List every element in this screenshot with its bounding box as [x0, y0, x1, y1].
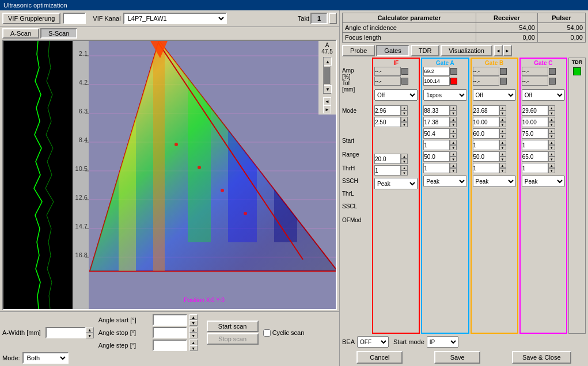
scroll-down-btn[interactable]: ▼ — [324, 85, 332, 93]
sscan-tab[interactable]: S-Scan — [40, 28, 77, 39]
gc-tof-input[interactable] — [522, 77, 548, 86]
ga-start-down[interactable]: ▼ — [450, 110, 457, 116]
ga-ofmod-dropdown[interactable]: PeakFWHM — [423, 176, 466, 187]
ga-sscl-up[interactable]: ▲ — [450, 163, 457, 168]
ga-ssch-down[interactable]: ▼ — [450, 145, 457, 150]
gc-range-up[interactable]: ▲ — [548, 117, 555, 122]
gb-start-input[interactable] — [473, 105, 499, 116]
save-close-button[interactable]: Save & Close — [512, 351, 571, 364]
gc-ofmod-dropdown[interactable]: PeakFWHM — [522, 176, 565, 187]
if-thrl-down[interactable]: ▼ — [401, 159, 408, 164]
gb-range-input[interactable] — [473, 117, 499, 127]
awidth-up[interactable]: ▲ — [86, 327, 94, 333]
arrow-right-btn[interactable]: ► — [323, 105, 331, 113]
gb-ofmod-dropdown[interactable]: PeakFWHM — [473, 176, 516, 187]
gb-ssch-down[interactable]: ▼ — [499, 145, 506, 150]
if-thrl-input[interactable] — [374, 154, 401, 164]
if-sscl-up[interactable]: ▲ — [401, 165, 408, 170]
if-range-down[interactable]: ▼ — [401, 122, 408, 127]
if-start-up[interactable]: ▲ — [401, 105, 408, 110]
ga-tof-input[interactable] — [423, 77, 450, 86]
if-ofmod-dropdown[interactable]: PeakFWHM — [374, 178, 418, 189]
awidth-input[interactable]: 200.0 — [45, 327, 86, 338]
gb-thrl-up[interactable]: ▲ — [499, 151, 506, 157]
if-sscl-down[interactable]: ▼ — [401, 170, 408, 176]
gc-start-down[interactable]: ▼ — [548, 110, 555, 116]
ga-thrl-up[interactable]: ▲ — [450, 151, 457, 157]
ga-mode-dropdown[interactable]: 1xposOffOn — [423, 89, 466, 101]
tdr-tab[interactable]: TDR — [411, 45, 440, 56]
ga-range-input[interactable] — [423, 117, 450, 127]
if-range-up[interactable]: ▲ — [401, 117, 408, 122]
if-sscl-input[interactable] — [374, 165, 401, 176]
save-button[interactable]: Save — [434, 351, 480, 364]
angle-stop-down[interactable]: ▼ — [189, 333, 198, 338]
gc-mode-dropdown[interactable]: OffOn — [522, 89, 565, 101]
ga-thrl-input[interactable] — [423, 151, 450, 162]
angle-step-up[interactable]: ▲ — [189, 340, 198, 345]
gb-range-down[interactable]: ▼ — [499, 122, 506, 127]
gc-sscl-down[interactable]: ▼ — [548, 168, 555, 173]
gc-thrl-input[interactable] — [522, 151, 548, 162]
angle-stop-input[interactable]: 70 — [153, 327, 187, 338]
ga-thrh-down[interactable]: ▼ — [450, 134, 457, 139]
ascan-tab[interactable]: A-Scan — [2, 28, 39, 39]
awidth-down[interactable]: ▼ — [86, 333, 94, 338]
gc-start-up[interactable]: ▲ — [548, 105, 555, 110]
gc-thrh-input[interactable] — [522, 128, 548, 139]
gc-ssch-up[interactable]: ▲ — [548, 140, 555, 145]
gc-thrl-down[interactable]: ▼ — [548, 157, 555, 162]
arrow-left-btn[interactable]: ◄ — [323, 97, 331, 105]
gb-range-up[interactable]: ▲ — [499, 117, 506, 122]
stop-scan-button[interactable]: Stop scan — [207, 333, 259, 345]
gates-tab[interactable]: Gates — [376, 45, 409, 56]
sscan-panel[interactable]: 2.1 4.2 6.3 8.4 10.5 12.6 14.7 16.8 — [73, 41, 336, 309]
gb-thrh-input[interactable] — [473, 128, 499, 139]
tab-prev-btn[interactable]: ◄ — [494, 45, 503, 56]
ga-ssch-up[interactable]: ▲ — [450, 140, 457, 145]
if-mode-dropdown[interactable]: OffOn — [374, 89, 418, 101]
ga-thrl-down[interactable]: ▼ — [450, 157, 457, 162]
gb-thrh-down[interactable]: ▼ — [499, 134, 506, 139]
cancel-button[interactable]: Cancel — [356, 351, 403, 364]
angle-step-down[interactable]: ▼ — [189, 345, 198, 351]
gb-thrh-up[interactable]: ▲ — [499, 128, 506, 134]
probe-tab[interactable]: Probe — [342, 45, 375, 56]
gb-sscl-input[interactable] — [473, 163, 499, 173]
vif-group-button[interactable]: VIF Gruppierung — [2, 13, 60, 24]
angle-stop-up[interactable]: ▲ — [189, 327, 198, 333]
if-range-input[interactable] — [374, 117, 401, 127]
bea-dropdown[interactable]: OFFON — [357, 336, 389, 348]
ga-start-up[interactable]: ▲ — [450, 105, 457, 110]
if-start-down[interactable]: ▼ — [401, 110, 408, 116]
gb-thrl-down[interactable]: ▼ — [499, 157, 506, 162]
gc-sscl-input[interactable] — [522, 163, 548, 173]
ga-sscl-down[interactable]: ▼ — [450, 168, 457, 173]
ga-start-input[interactable] — [423, 105, 450, 116]
cyclic-scan-checkbox[interactable] — [263, 329, 271, 337]
gc-ssch-input[interactable] — [522, 140, 548, 150]
ga-thrh-up[interactable]: ▲ — [450, 128, 457, 134]
gc-thrl-up[interactable]: ▲ — [548, 151, 555, 157]
gb-sscl-up[interactable]: ▲ — [499, 163, 506, 168]
ga-range-up[interactable]: ▲ — [450, 117, 457, 122]
gb-mode-dropdown[interactable]: OffOn — [473, 89, 516, 101]
gb-start-down[interactable]: ▼ — [499, 110, 506, 116]
gc-range-down[interactable]: ▼ — [548, 122, 555, 127]
if-thrl-up[interactable]: ▲ — [401, 154, 408, 159]
gb-thrl-input[interactable] — [473, 151, 499, 162]
gc-sscl-up[interactable]: ▲ — [548, 163, 555, 168]
visualization-tab[interactable]: Visualization — [441, 45, 492, 56]
ga-ssch-input[interactable] — [423, 140, 450, 150]
ga-sscl-input[interactable] — [423, 163, 450, 173]
gc-thrh-down[interactable]: ▼ — [548, 134, 555, 139]
startmode-dropdown[interactable]: IPIF — [427, 336, 458, 348]
if-tof-input[interactable] — [374, 77, 401, 86]
gb-ssch-input[interactable] — [473, 140, 499, 150]
gb-tof-input[interactable] — [473, 77, 499, 86]
gb-sscl-down[interactable]: ▼ — [499, 168, 506, 173]
angle-start-down[interactable]: ▼ — [189, 320, 198, 326]
gc-amp-input[interactable] — [522, 67, 548, 76]
gb-start-up[interactable]: ▲ — [499, 105, 506, 110]
start-scan-button[interactable]: Start scan — [207, 321, 259, 332]
